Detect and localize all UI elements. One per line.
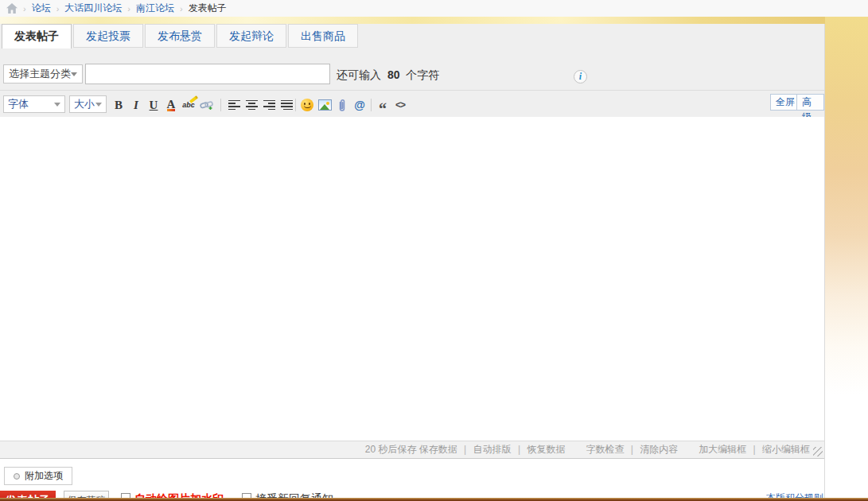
underline-icon: U [150, 99, 158, 112]
breadcrumb-separator: › [56, 4, 60, 14]
font-family-select[interactable]: 字体 [3, 95, 65, 113]
underline-button[interactable]: U [146, 97, 162, 113]
breadcrumb-separator: › [23, 4, 26, 14]
title-input[interactable] [85, 64, 330, 84]
font-family-select-label: 字体 [8, 97, 29, 111]
mention-button[interactable]: @ [352, 97, 368, 113]
lower-section: 附加选项 发表帖子 保存草稿 自动给图片加水印 接受新回复通知 本版积分规则 [0, 459, 824, 501]
smiley-button[interactable] [299, 97, 315, 113]
align-left-button[interactable] [226, 97, 242, 113]
autosave-group: 20 秒后保存 保存数据 | 自动排版 | 恢复数据 [365, 443, 566, 456]
font-size-select[interactable]: 大小 [69, 95, 107, 113]
post-type-tabs: 发表帖子 发起投票 发布悬赏 发起辩论 出售商品 [2, 24, 360, 49]
highlight-button[interactable]: abc [181, 97, 197, 113]
toolbar-separator [220, 99, 221, 111]
font-color-icon: A [167, 99, 176, 111]
breadcrumb-separator: › [180, 4, 183, 14]
toolbar-separator [295, 99, 296, 111]
toolbar-divider [0, 90, 824, 91]
char-counter-number: 80 [387, 68, 400, 81]
resize-grip[interactable] [813, 447, 823, 456]
italic-icon: I [134, 99, 138, 112]
tab-poll[interactable]: 发起投票 [73, 24, 143, 48]
form-header: 发表帖子 发起投票 发布悬赏 发起辩论 出售商品 选择主题分类 还可输入 80 … [0, 24, 824, 117]
check-group: 字数检查 | 清除内容 [586, 443, 678, 456]
code-icon: <> [395, 99, 405, 111]
home-icon[interactable] [6, 3, 18, 14]
smiley-icon [301, 99, 313, 111]
char-counter-suffix: 个字符 [406, 68, 439, 81]
toolbar-separator [371, 99, 372, 111]
autosave-note: 20 秒后保存 [365, 444, 417, 455]
shrink-editor-link[interactable]: 缩小编辑框 [762, 444, 810, 455]
align-right-button[interactable] [261, 97, 277, 113]
tab-trade[interactable]: 出售商品 [288, 24, 358, 48]
save-data-link[interactable]: 保存数据 [419, 444, 457, 455]
code-button[interactable]: <> [392, 97, 408, 113]
tab-debate[interactable]: 发起辩论 [216, 24, 286, 48]
category-select[interactable]: 选择主题分类 [3, 64, 83, 84]
quote-button[interactable]: “ [375, 97, 391, 113]
breadcrumb-link-dahua-sichuan[interactable]: 大话四川论坛 [64, 2, 122, 15]
editor-textarea[interactable] [0, 117, 824, 441]
insert-link-button[interactable] [199, 97, 215, 113]
footer-top-border [0, 498, 868, 501]
char-counter-prefix: 还可输入 [337, 68, 381, 81]
post-panel: 发表帖子 发起投票 发布悬赏 发起辩论 出售商品 选择主题分类 还可输入 80 … [0, 24, 825, 501]
insert-image-button[interactable] [317, 97, 333, 113]
tab-new-thread[interactable]: 发表帖子 [2, 24, 72, 49]
status-pipe: | [753, 444, 756, 455]
restore-data-link[interactable]: 恢复数据 [527, 444, 565, 455]
quote-icon: “ [379, 98, 387, 112]
extra-options-toggle[interactable]: 附加选项 [4, 467, 72, 485]
word-count-link[interactable]: 字数检查 [586, 444, 624, 455]
insert-link-icon [200, 99, 214, 111]
chevron-down-icon [54, 103, 60, 107]
highlight-icon: abc [182, 101, 195, 109]
info-icon[interactable]: i [574, 70, 587, 84]
auto-typeset-link[interactable]: 自动排版 [473, 444, 512, 455]
char-counter: 还可输入 80 个字符 [337, 68, 439, 83]
bold-icon: B [115, 99, 123, 112]
breadcrumb-link-forum[interactable]: 论坛 [32, 2, 51, 15]
bold-button[interactable]: B [111, 97, 127, 113]
breadcrumb-link-nanjiang[interactable]: 南江论坛 [136, 2, 174, 15]
clear-content-link[interactable]: 清除内容 [640, 444, 678, 455]
attachment-button[interactable] [334, 97, 350, 113]
align-right-icon [263, 100, 275, 110]
new-thread-page: › 论坛 › 大话四川论坛 › 南江论坛 › 发表帖子 发表帖子 发起投票 发布… [0, 0, 868, 501]
breadcrumb-separator: › [127, 4, 130, 14]
status-pipe: | [464, 444, 466, 455]
font-color-button[interactable]: A [163, 97, 179, 113]
tab-reward[interactable]: 发布悬赏 [145, 24, 215, 48]
mention-icon: @ [354, 99, 365, 111]
chevron-down-icon [71, 72, 77, 76]
align-justify-button[interactable] [278, 97, 294, 113]
image-icon [318, 99, 332, 111]
gold-background-band [0, 17, 825, 24]
resize-group: 加大编辑框 | 缩小编辑框 [699, 443, 810, 456]
breadcrumb: › 论坛 › 大话四川论坛 › 南江论坛 › 发表帖子 [0, 0, 868, 17]
enlarge-editor-link[interactable]: 加大编辑框 [699, 444, 746, 455]
align-center-icon [246, 100, 258, 110]
chevron-down-icon [95, 103, 102, 107]
font-size-select-label: 大小 [74, 97, 95, 111]
toggle-circle-icon [14, 473, 20, 480]
italic-button[interactable]: I [128, 97, 144, 113]
status-pipe: | [631, 444, 633, 455]
status-pipe: | [518, 444, 520, 455]
editor-statusbar: 20 秒后保存 保存数据 | 自动排版 | 恢复数据 字数检查 | 清除内容 加… [0, 441, 824, 459]
category-select-label: 选择主题分类 [9, 67, 71, 81]
align-center-button[interactable] [243, 97, 259, 113]
page-background-strip [825, 17, 868, 501]
breadcrumb-current: 发表帖子 [189, 2, 227, 15]
attachment-icon [337, 99, 347, 112]
advanced-mode-button[interactable]: 高级 [796, 94, 824, 111]
extra-options-label: 附加选项 [25, 469, 63, 483]
align-justify-icon [281, 100, 293, 110]
align-left-icon [228, 100, 240, 110]
